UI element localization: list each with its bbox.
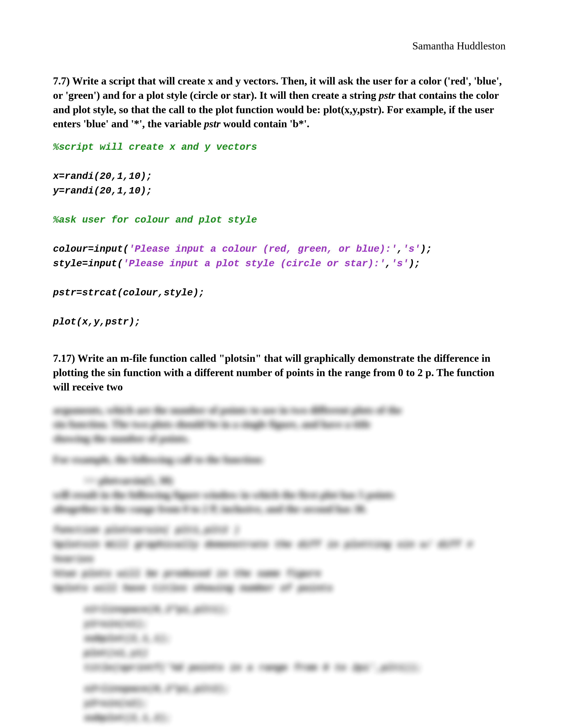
problem-7-7-heading: 7.7) Write a script that will create x a… [53, 74, 510, 131]
blur-code-line: %varies [53, 552, 510, 567]
blur-line: sin function. The two plots should be in… [53, 417, 510, 432]
blur-code-line: %two plots will be produced in the same … [53, 567, 510, 581]
code-line: x=randi(20,1,10); [53, 171, 152, 182]
blur-code-line: x1=linspace(0,2*pi,plt1); [53, 602, 510, 617]
code-line: colour=input( [53, 244, 129, 255]
blur-code-line: %plotsin Will graphically demonstrate th… [53, 537, 510, 552]
code-block-7-7: %script will create x and y vectors x=ra… [53, 140, 510, 329]
code-line: ); [420, 244, 432, 255]
code-string: 's' [403, 244, 420, 255]
problem-7-17-heading: 7.17) Write an m‑file function called "p… [53, 351, 510, 394]
problem-number: 7.17) [53, 352, 75, 364]
pstr-em-1: pstr [379, 89, 396, 101]
code-line: plot(x,y,pstr); [53, 316, 140, 327]
problem-text-1: Write an m‑file function called "plotsin… [53, 352, 494, 393]
document-page: Samantha Huddleston 7.7) Write a script … [0, 0, 563, 728]
author-name: Samantha Huddleston [53, 40, 506, 52]
blur-line: showing the number of points. [53, 432, 510, 446]
code-line: y=randi(20,1,10); [53, 185, 152, 196]
blur-code-line: subplot(2,1,1); [53, 631, 510, 646]
blurred-preview: arguments, which are the number of point… [53, 403, 510, 726]
pstr-em-2: pstr [204, 118, 220, 129]
blur-code-line: y2=sin(x2); [53, 696, 510, 711]
blur-line: altogether in the range from 0 to 2 P, i… [53, 502, 510, 516]
blur-code-line: subplot(2,1,2); [53, 711, 510, 725]
code-line: pstr=strcat(colour,style); [53, 287, 205, 298]
blur-line: will result in the following figure wind… [53, 488, 510, 502]
code-line: , [385, 258, 391, 269]
problem-text-3: would contain 'b*'. [220, 118, 310, 129]
code-string: 'Please input a plot style (circle or st… [123, 258, 385, 269]
code-line: ); [409, 258, 420, 269]
code-comment: %script will create x and y vectors [53, 142, 257, 153]
blur-code-line: title(sprintf('%d points in a range from… [53, 660, 510, 675]
blur-code-line: %plots will have titles showing number o… [53, 581, 510, 596]
code-comment: %ask user for colour and plot style [53, 214, 257, 225]
blur-code-line: plot(x1,y1) [53, 646, 510, 660]
blur-code-line: y1=sin(x1); [53, 617, 510, 631]
problem-number: 7.7) [53, 75, 70, 87]
code-line: style=input( [53, 258, 123, 269]
code-keyword: function [53, 525, 100, 536]
blur-line: For example, the following call to the f… [53, 452, 510, 467]
blur-line: >> plotvarsin(5, 30) [53, 473, 510, 488]
blur-code-line: function plotvarsin( plt1,plt2 ) [53, 523, 510, 537]
code-string: 's' [391, 258, 409, 269]
blur-code-line: x2=linspace(0,2*pi,plt2); [53, 682, 510, 696]
code-string: 'Please input a colour (red, green, or b… [129, 244, 397, 255]
code-line: , [397, 244, 403, 255]
blur-line: arguments, which are the number of point… [53, 403, 510, 417]
